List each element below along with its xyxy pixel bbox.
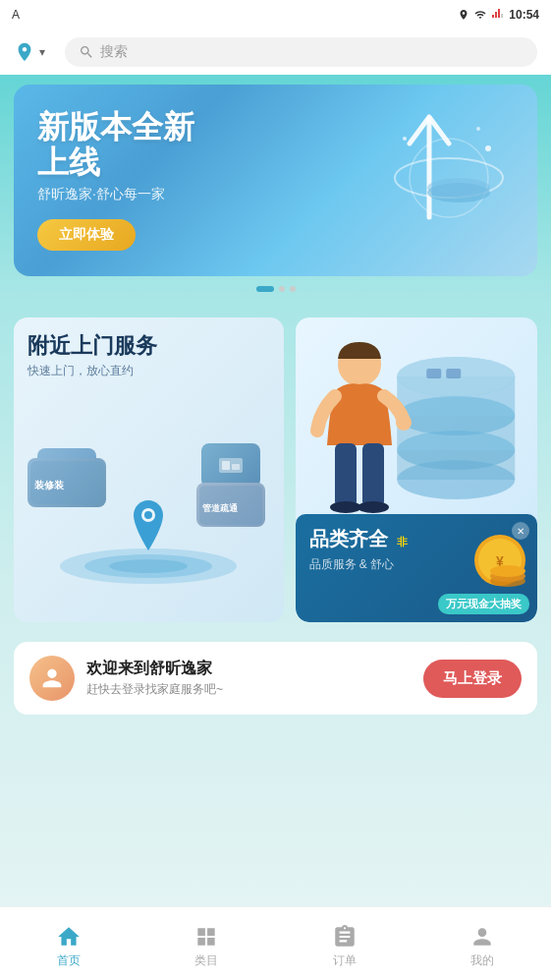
welcome-title: 欢迎来到舒昕逸家 [86, 659, 223, 679]
welcome-left: 欢迎来到舒昕逸家 赶快去登录找家庭服务吧~ [29, 656, 223, 701]
nav-item-orders[interactable]: 订单 [276, 918, 413, 969]
banner-dot-3 [290, 286, 296, 292]
svg-point-38 [358, 501, 389, 513]
status-left: A [12, 8, 20, 22]
cards-section: 附近上门服务 快速上门，放心直约 [0, 306, 551, 634]
top-nav: ▾ 搜索 [0, 29, 551, 75]
banner-subtitle: 舒昕逸家·舒心每一家 [37, 186, 194, 203]
search-bar[interactable]: 搜索 [65, 37, 537, 67]
svg-rect-13 [232, 464, 240, 470]
svg-point-20 [109, 559, 188, 573]
search-icon [79, 44, 94, 60]
svg-rect-12 [222, 461, 230, 470]
bottom-nav: 首页 类目 订单 我的 [0, 906, 551, 980]
search-placeholder: 搜索 [100, 43, 128, 61]
nav-item-profile[interactable]: 我的 [413, 918, 551, 969]
promo-lucky-draw[interactable]: 万元现金大抽奖 [438, 594, 529, 614]
status-bar: A 10:54 [0, 0, 551, 29]
svg-rect-36 [362, 443, 384, 507]
banner-cta-button[interactable]: 立即体验 [37, 219, 136, 251]
svg-point-5 [485, 145, 491, 151]
chevron-down-icon: ▾ [39, 45, 45, 59]
svg-rect-32 [446, 369, 461, 378]
svg-rect-0 [501, 14, 503, 18]
category-label: 类目 [194, 952, 218, 969]
map-pin-icon [129, 498, 168, 552]
service-thumb-2 [201, 443, 260, 488]
promo-coin-graphic: ¥ [473, 534, 527, 588]
category-icon [193, 924, 219, 950]
signal-icon [491, 9, 505, 21]
banner-title: 新版本全新 上线 [37, 110, 194, 179]
banner-text-area: 新版本全新 上线 舒昕逸家·舒心每一家 立即体验 [37, 110, 194, 250]
svg-point-34 [396, 415, 412, 431]
banner-card[interactable]: 新版本全新 上线 舒昕逸家·舒心每一家 立即体验 [14, 85, 537, 276]
banner-dot-1 [256, 286, 274, 292]
location-pin-icon [14, 41, 35, 63]
time-display: 10:54 [509, 8, 539, 22]
svg-point-22 [144, 511, 152, 519]
svg-point-7 [476, 127, 480, 131]
svg-point-2 [410, 139, 488, 217]
welcome-text: 欢迎来到舒昕逸家 赶快去登录找家庭服务吧~ [86, 659, 223, 698]
promo-popup[interactable]: ✕ 品类齐全 非 品质服务 & 舒心 ¥ 万元现金大抽奖 [296, 514, 538, 622]
orders-icon [332, 924, 358, 950]
svg-point-6 [403, 137, 407, 141]
left-card-title: 附近上门服务 [28, 333, 270, 359]
nearby-service-card[interactable]: 附近上门服务 快速上门，放心直约 [14, 317, 284, 622]
location-status-icon [458, 9, 469, 21]
svg-point-29 [397, 460, 515, 499]
category-card[interactable]: ✕ 品类齐全 非 品质服务 & 舒心 ¥ 万元现金大抽奖 [296, 317, 538, 622]
profile-label: 我的 [470, 952, 494, 969]
banner-dots [14, 286, 537, 292]
left-card-subtitle: 快速上门，放心直约 [28, 363, 270, 379]
svg-rect-35 [335, 443, 357, 507]
banner-dot-2 [279, 286, 285, 292]
carrier-icon: A [12, 8, 20, 22]
svg-rect-31 [426, 369, 441, 378]
nav-item-category[interactable]: 类目 [138, 918, 275, 969]
orders-label: 订单 [333, 952, 357, 969]
wifi-icon [473, 9, 487, 21]
location-button[interactable]: ▾ [14, 41, 45, 63]
map-area: 装修装 管道疏通 [28, 389, 270, 586]
home-icon [56, 924, 82, 950]
svg-point-37 [330, 501, 361, 513]
svg-point-4 [427, 178, 490, 198]
svg-point-44 [490, 565, 525, 577]
welcome-banner: 欢迎来到舒昕逸家 赶快去登录找家庭服务吧~ 马上登录 [14, 642, 537, 715]
user-avatar [29, 656, 75, 701]
profile-icon [469, 924, 495, 950]
login-button[interactable]: 马上登录 [423, 660, 522, 698]
banner-section: 新版本全新 上线 舒昕逸家·舒心每一家 立即体验 [0, 75, 551, 306]
nav-item-home[interactable]: 首页 [0, 918, 138, 969]
welcome-subtitle: 赶快去登录找家庭服务吧~ [86, 681, 223, 698]
banner-graphic [351, 99, 508, 257]
status-right: 10:54 [458, 8, 539, 22]
home-label: 首页 [57, 952, 81, 969]
